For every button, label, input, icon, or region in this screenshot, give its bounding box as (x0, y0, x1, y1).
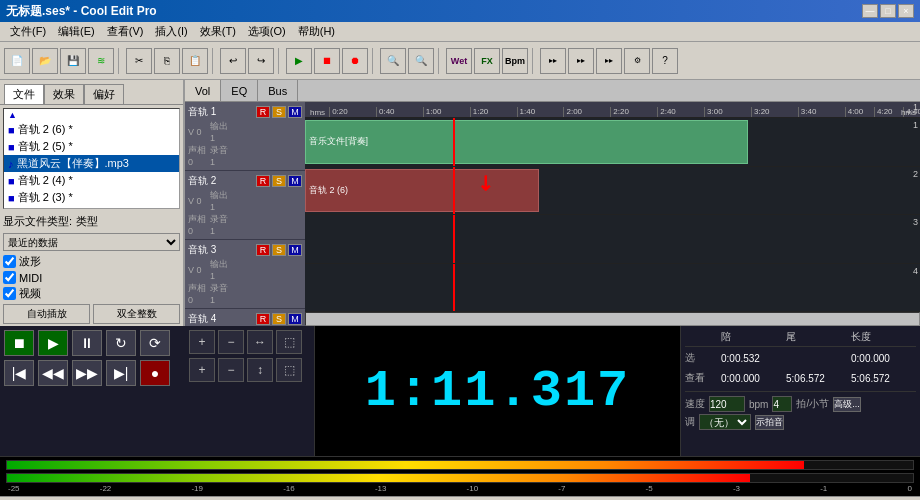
tab-eq[interactable]: EQ (221, 80, 258, 101)
track3-record-btn[interactable]: R (256, 244, 270, 256)
tb-fx[interactable]: Wet (446, 48, 472, 74)
checkbox-midi-input[interactable] (3, 271, 16, 284)
tab-bus[interactable]: Bus (258, 80, 298, 101)
track2-solo-btn[interactable]: S (272, 175, 286, 187)
zoom-full-v[interactable]: ↕ (247, 358, 273, 382)
audio-clip-2[interactable]: 音轨 2 (6) (305, 169, 539, 213)
zoom-out-v[interactable]: − (218, 358, 244, 382)
menu-effects[interactable]: 效果(T) (194, 22, 242, 41)
tb-zoom-in[interactable]: 🔍 (380, 48, 406, 74)
goto-end-btn[interactable]: ▶| (106, 360, 136, 386)
menu-help[interactable]: 帮助(H) (292, 22, 341, 41)
speed-adv-btn[interactable]: 高级... (833, 397, 861, 412)
full-btn[interactable]: 双全整数 (93, 304, 180, 324)
track-panel-area: 音轨 1 R S M V 0 输出 1 声相0 录音 1 (185, 102, 920, 326)
record-btn[interactable]: ● (140, 360, 170, 386)
tb-extra1[interactable]: ▸▸ (540, 48, 566, 74)
maximize-button[interactable]: □ (880, 4, 896, 18)
file-item-5[interactable]: ■ 音轨 2 (5) * (4, 138, 179, 155)
loop-btn[interactable]: ↻ (106, 330, 136, 356)
rew-btn[interactable]: ◀◀ (38, 360, 68, 386)
tab-prefs[interactable]: 偏好 (84, 84, 124, 104)
file-item[interactable]: ▲ (4, 109, 179, 121)
track-lane-3[interactable]: 3 (305, 215, 920, 264)
track-lane-4[interactable]: 4 (305, 264, 920, 313)
tb-fx2[interactable]: FX (474, 48, 500, 74)
track2-record-btn[interactable]: R (256, 175, 270, 187)
tb-open[interactable]: 📂 (32, 48, 58, 74)
track-lane-2[interactable]: 音轨 2 (6) ↗ 2 (305, 167, 920, 216)
file-list[interactable]: ▲ ■ 音轨 2 (6) * ■ 音轨 2 (5) * ♪ 黑道风云【伴奏】.m… (3, 108, 180, 209)
h-scrollbar[interactable] (305, 312, 920, 326)
tb-play[interactable]: ▶ (286, 48, 312, 74)
zoom-full-h[interactable]: ↔ (247, 330, 273, 354)
tb-bpm[interactable]: Bpm (502, 48, 528, 74)
stop-btn[interactable]: ⏹ (4, 330, 34, 356)
goto-start-btn[interactable]: |◀ (4, 360, 34, 386)
track4-solo-btn[interactable]: S (272, 313, 286, 325)
tune-btn[interactable]: 示拍音 (755, 415, 784, 430)
play-btn[interactable]: ▶ (38, 330, 68, 356)
punch-btn[interactable]: ⟳ (140, 330, 170, 356)
info-view-end: 5:06.572 (786, 373, 851, 384)
tb-extra4[interactable]: ⚙ (624, 48, 650, 74)
zoom-sel-v[interactable]: ⬚ (276, 358, 302, 382)
track1-mute-btn[interactable]: M (288, 106, 302, 118)
vu-label-16: -16 (283, 484, 295, 493)
tb-help[interactable]: ? (652, 48, 678, 74)
tab-effects[interactable]: 效果 (44, 84, 84, 104)
file-item-2[interactable]: ■ 音轨 2 (2) * (4, 206, 179, 209)
checkbox-wave-input[interactable] (3, 255, 16, 268)
pause-btn[interactable]: ⏸ (72, 330, 102, 356)
tb-wave[interactable]: ≋ (88, 48, 114, 74)
tb-stop[interactable]: ⏹ (314, 48, 340, 74)
minimize-button[interactable]: — (862, 4, 878, 18)
file-item-4[interactable]: ■ 音轨 2 (4) * (4, 172, 179, 189)
zoom-sel-h[interactable]: ⬚ (276, 330, 302, 354)
tab-file[interactable]: 文件 (4, 84, 44, 104)
beat-input[interactable] (772, 396, 792, 412)
track4-record-btn[interactable]: R (256, 313, 270, 325)
tb-record[interactable]: ⏺ (342, 48, 368, 74)
tb-extra3[interactable]: ▸▸ (596, 48, 622, 74)
menu-options[interactable]: 选项(O) (242, 22, 292, 41)
track4-mute-btn[interactable]: M (288, 313, 302, 325)
menu-insert[interactable]: 插入(I) (149, 22, 193, 41)
info-col3: 长度 (851, 330, 916, 344)
auto-play-button[interactable]: 自动插放 (3, 304, 90, 324)
tb-undo[interactable]: ↩ (220, 48, 246, 74)
zoom-in-v[interactable]: + (189, 358, 215, 382)
track2-mute-btn[interactable]: M (288, 175, 302, 187)
tune-select[interactable]: （无） (699, 414, 751, 430)
checkbox-video-input[interactable] (3, 287, 16, 300)
tab-vol[interactable]: Vol (185, 80, 221, 101)
track3-mute-btn[interactable]: M (288, 244, 302, 256)
scroll-up-icon: ▲ (8, 110, 17, 120)
timer-area: 1:11.317 (315, 326, 680, 456)
menu-edit[interactable]: 编辑(E) (52, 22, 101, 41)
audio-clip-1[interactable]: 音乐文件[背奏] (305, 120, 748, 164)
file-item-3[interactable]: ■ 音轨 2 (3) * (4, 189, 179, 206)
file-item-6[interactable]: ■ 音轨 2 (6) * (4, 121, 179, 138)
zoom-out-h[interactable]: − (218, 330, 244, 354)
tb-new[interactable]: 📄 (4, 48, 30, 74)
tb-cut[interactable]: ✂ (126, 48, 152, 74)
track1-solo-btn[interactable]: S (272, 106, 286, 118)
zoom-in-h[interactable]: + (189, 330, 215, 354)
speed-input[interactable] (709, 396, 745, 412)
fwd-btn[interactable]: ▶▶ (72, 360, 102, 386)
menu-file[interactable]: 文件(F) (4, 22, 52, 41)
tb-zoom-out[interactable]: 🔍 (408, 48, 434, 74)
tb-paste[interactable]: 📋 (182, 48, 208, 74)
track-lane-1[interactable]: 音乐文件[背奏] 1 (305, 118, 920, 167)
tb-extra2[interactable]: ▸▸ (568, 48, 594, 74)
close-button[interactable]: × (898, 4, 914, 18)
file-type-select[interactable]: 最近的数据 (3, 233, 180, 251)
tb-redo[interactable]: ↪ (248, 48, 274, 74)
file-item-mp3[interactable]: ♪ 黑道风云【伴奏】.mp3 (4, 155, 179, 172)
tb-save[interactable]: 💾 (60, 48, 86, 74)
track1-record-btn[interactable]: R (256, 106, 270, 118)
tb-copy[interactable]: ⎘ (154, 48, 180, 74)
track3-solo-btn[interactable]: S (272, 244, 286, 256)
menu-view[interactable]: 查看(V) (101, 22, 150, 41)
